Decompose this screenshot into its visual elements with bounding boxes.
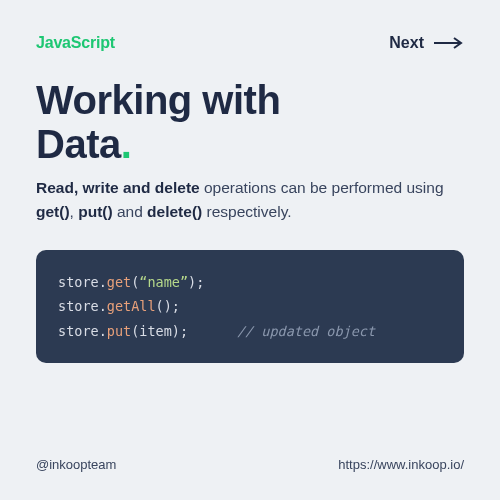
code-rparen: ) xyxy=(164,298,172,314)
page-title: Working with Data. xyxy=(36,78,464,166)
desc-seg2: , xyxy=(70,203,79,220)
description: Read, write and delete operations can be… xyxy=(36,176,464,224)
footer: @inkoopteam https://www.inkoop.io/ xyxy=(36,439,464,472)
code-lparen: ( xyxy=(156,298,164,314)
social-handle: @inkoopteam xyxy=(36,457,116,472)
desc-m3: delete() xyxy=(147,203,202,220)
code-dot: . xyxy=(99,274,107,290)
code-rparen: ) xyxy=(188,274,196,290)
code-object: store xyxy=(58,323,99,339)
code-block: store.get(“name”);store.getAll();store.p… xyxy=(36,250,464,363)
code-object: store xyxy=(58,274,99,290)
desc-m1: get() xyxy=(36,203,70,220)
arrow-right-icon xyxy=(434,37,464,49)
desc-lead: Read, write and delete xyxy=(36,179,200,196)
desc-seg3: and xyxy=(113,203,147,220)
code-semi: ; xyxy=(196,274,204,290)
code-method: getAll xyxy=(107,298,156,314)
code-method: get xyxy=(107,274,131,290)
desc-m2: put() xyxy=(78,203,112,220)
code-rparen: ) xyxy=(172,323,180,339)
code-string: “name” xyxy=(139,274,188,290)
title-dot: . xyxy=(121,122,132,166)
title-line2: Data xyxy=(36,122,121,166)
desc-seg1: operations can be performed using xyxy=(200,179,444,196)
code-object: store xyxy=(58,298,99,314)
title-line1: Working with xyxy=(36,78,280,122)
code-line: store.getAll(); xyxy=(58,294,442,318)
code-method: put xyxy=(107,323,131,339)
code-comment: // updated object xyxy=(237,323,375,339)
code-dot: . xyxy=(99,323,107,339)
code-pad xyxy=(188,323,237,339)
code-semi: ; xyxy=(180,323,188,339)
code-line: store.put(item); // updated object xyxy=(58,319,442,343)
header: JavaScript Next xyxy=(36,34,464,52)
desc-seg4: respectively. xyxy=(202,203,291,220)
next-button[interactable]: Next xyxy=(389,34,464,52)
code-dot: . xyxy=(99,298,107,314)
code-ident: item xyxy=(139,323,172,339)
code-line: store.get(“name”); xyxy=(58,270,442,294)
next-label: Next xyxy=(389,34,424,52)
brand-label: JavaScript xyxy=(36,34,115,52)
site-url: https://www.inkoop.io/ xyxy=(338,457,464,472)
code-semi: ; xyxy=(172,298,180,314)
